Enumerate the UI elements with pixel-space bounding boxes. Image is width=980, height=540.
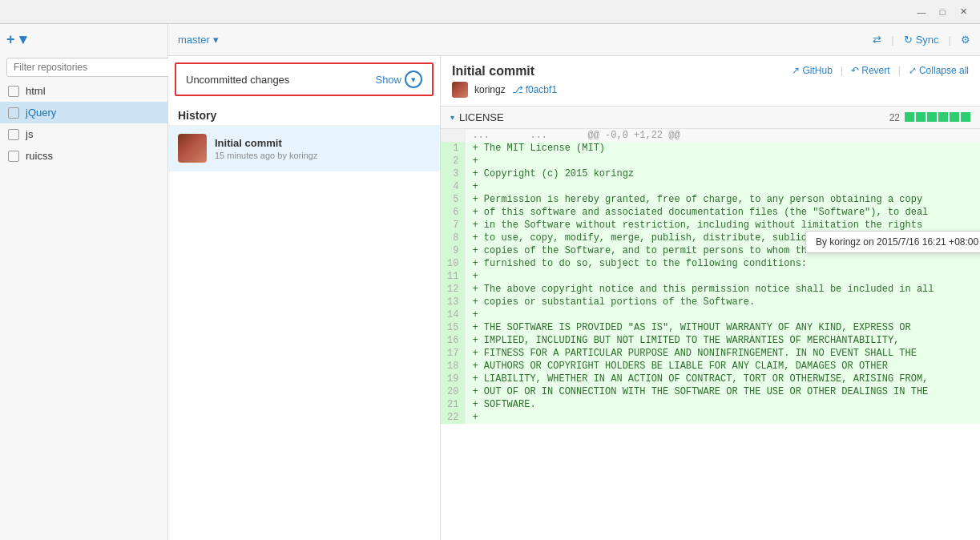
uncommitted-bar: Uncommitted changes Show ▾	[175, 62, 434, 96]
diff-content[interactable]: ▾ LICENSE 22	[441, 107, 980, 540]
commit-hash: f0acbf1	[526, 84, 557, 95]
line-number: 11	[441, 270, 466, 283]
settings-button[interactable]: ⚙	[961, 34, 970, 46]
line-content: + The MIT License (MIT)	[466, 142, 980, 155]
branch-icon: ⎇	[512, 84, 523, 95]
diff-line: 16+ IMPLIED, INCLUDING BUT NOT LIMITED T…	[441, 334, 980, 347]
stat-block-3	[927, 112, 937, 122]
line-content: +	[466, 411, 980, 424]
branch-actions: ⇄ | ↻ Sync | ⚙	[873, 34, 970, 46]
compare-icon: ⇄	[873, 34, 881, 46]
line-content: + copies or substantial portions of the …	[466, 296, 980, 308]
sync-icon: ↻	[904, 34, 913, 46]
revert-button[interactable]: ↶ Revert	[851, 65, 889, 76]
separator-2: |	[949, 34, 951, 46]
branch-name: master	[178, 34, 210, 46]
close-button[interactable]: ✕	[956, 5, 970, 19]
revert-icon: ↶	[851, 65, 859, 76]
sync-button[interactable]: ↻ Sync	[904, 34, 939, 46]
line-content: +	[466, 180, 980, 193]
line-number: 22	[441, 411, 466, 424]
commit-header-right: ↗ GitHub | ↶ Revert | ⤢ Collapse all	[792, 64, 969, 76]
file-chevron-icon: ▾	[450, 113, 454, 122]
line-count: 22	[889, 112, 900, 123]
diff-line: 10+ furnished to do so, subject to the f…	[441, 257, 980, 270]
diff-line: 17+ FITNESS FOR A PARTICULAR PURPOSE AND…	[441, 347, 980, 360]
line-content: + FITNESS FOR A PARTICULAR PURPOSE AND N…	[466, 347, 980, 360]
stat-block-1	[905, 112, 914, 122]
uncommitted-label: Uncommitted changes	[186, 74, 289, 86]
line-content: +	[466, 155, 980, 167]
stat-block-2	[916, 112, 926, 122]
repository-list: html jQuery js ruicss	[0, 80, 167, 540]
header-sep-1: |	[841, 64, 843, 76]
diff-line: 4+	[441, 180, 980, 193]
line-content: + SOFTWARE.	[466, 398, 980, 411]
commit-hash-link[interactable]: ⎇ f0acbf1	[512, 84, 557, 95]
line-number: 18	[441, 360, 466, 373]
window-top-bar: — □ ✕	[0, 0, 980, 24]
repo-item-ruicss[interactable]: ruicss	[0, 145, 167, 167]
commit-avatar	[178, 134, 207, 163]
diff-line: 1+ The MIT License (MIT)	[441, 142, 980, 155]
stat-block-4	[938, 112, 948, 122]
commit-list: Initial commit 15 minutes ago by koringz	[168, 126, 440, 540]
repo-name: jQuery	[26, 107, 56, 119]
diff-line: 20+ OUT OF OR IN CONNECTION WITH THE SOF…	[441, 385, 980, 398]
line-content: + THE SOFTWARE IS PROVIDED "AS IS", WITH…	[466, 321, 980, 334]
diff-line: 13+ copies or substantial portions of th…	[441, 296, 980, 308]
maximize-button[interactable]: □	[935, 5, 950, 19]
right-panel: master ▾ ⇄ | ↻ Sync | ⚙ Uncommitted chan…	[168, 24, 980, 540]
file-stat: 22	[889, 112, 970, 123]
line-number: 19	[441, 373, 466, 385]
author-name: koringz	[474, 84, 506, 95]
line-number: 6	[441, 206, 466, 219]
repo-name: html	[26, 85, 46, 97]
line-number: 16	[441, 334, 466, 347]
main-layout: + ▾ html jQuery js ruicss	[0, 24, 980, 540]
commit-meta-row: koringz ⎇ f0acbf1	[452, 82, 557, 98]
sidebar-header: + ▾	[0, 24, 167, 54]
commit-tooltip: By koringz on 2015/7/16 16:21 +08:00	[805, 231, 980, 253]
line-content: + in the Software without restriction, i…	[466, 219, 980, 232]
external-link-icon: ↗	[792, 65, 800, 76]
sync-label: Sync	[916, 34, 939, 46]
history-panel: Uncommitted changes Show ▾ History Initi…	[168, 56, 441, 540]
file-header[interactable]: ▾ LICENSE 22	[441, 107, 980, 129]
commit-meta: 15 minutes ago by koringz	[215, 151, 430, 160]
show-chevron-icon[interactable]: ▾	[405, 71, 422, 88]
diff-line: 22+	[441, 411, 980, 424]
line-number: 17	[441, 347, 466, 360]
sidebar: + ▾ html jQuery js ruicss	[0, 24, 168, 540]
repo-item-jquery[interactable]: jQuery	[0, 102, 167, 123]
stat-block-5	[950, 112, 959, 122]
line-number: 8	[441, 232, 466, 244]
repo-item-html[interactable]: html	[0, 80, 167, 102]
commit-info: Initial commit 15 minutes ago by koringz	[215, 137, 430, 160]
line-number: 3	[441, 167, 466, 180]
github-link-button[interactable]: ↗ GitHub	[792, 65, 832, 76]
commit-title: Initial commit	[215, 137, 430, 149]
collapse-all-button[interactable]: ⤢ Collapse all	[909, 65, 969, 76]
diff-line: 6+ of this software and associated docum…	[441, 206, 980, 219]
line-number: 1	[441, 142, 466, 155]
separator: |	[891, 34, 893, 46]
diff-line: 21+ SOFTWARE.	[441, 398, 980, 411]
branch-chevron-icon: ▾	[213, 34, 219, 46]
minimize-button[interactable]: —	[914, 5, 929, 19]
content-area: Uncommitted changes Show ▾ History Initi…	[168, 56, 980, 540]
diff-line: 15+ THE SOFTWARE IS PROVIDED "AS IS", WI…	[441, 321, 980, 334]
line-content: +	[466, 308, 980, 321]
filter-repositories-input[interactable]	[6, 58, 174, 77]
commit-item[interactable]: Initial commit 15 minutes ago by koringz	[168, 126, 440, 171]
line-content: + The above copyright notice and this pe…	[466, 283, 980, 296]
line-content: +	[466, 270, 980, 283]
diff-line: ... ... @@ -0,0 +1,22 @@	[441, 129, 980, 142]
commit-title-big: Initial commit	[452, 64, 557, 79]
branch-selector[interactable]: master ▾	[178, 34, 219, 46]
line-number: 10	[441, 257, 466, 270]
add-repository-button[interactable]: + ▾	[6, 30, 26, 48]
show-button[interactable]: Show	[375, 74, 401, 86]
repo-icon	[8, 107, 19, 119]
repo-item-js[interactable]: js	[0, 123, 167, 145]
